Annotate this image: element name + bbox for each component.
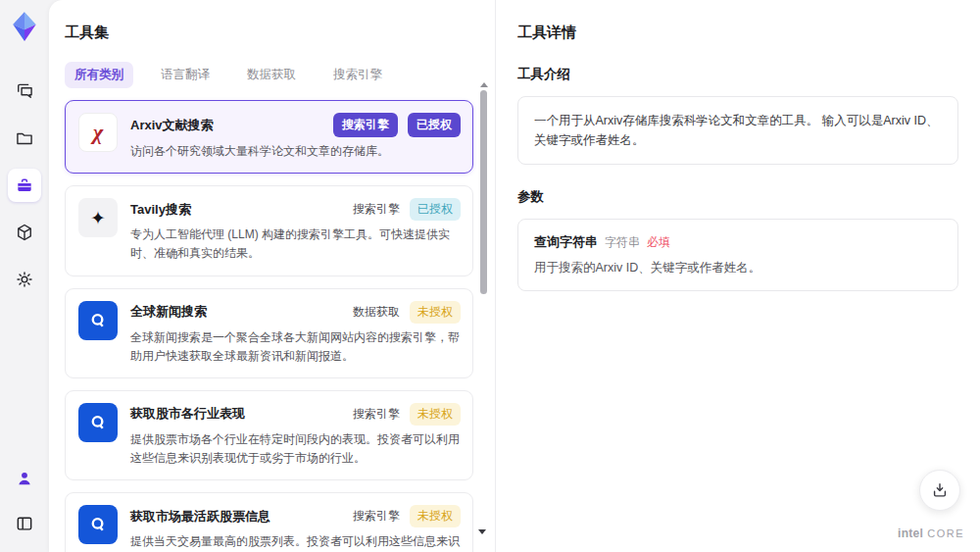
tool-description: 访问各个研究领域大量科学论文和文章的存储库。 xyxy=(130,142,461,161)
tool-title: Tavily搜索 xyxy=(130,201,191,219)
main-surface: 工具集 所有类别 语言翻译 数据获取 搜索引擎 χ Arxiv文献搜索 xyxy=(49,0,980,552)
scrollbar[interactable] xyxy=(479,82,488,539)
tool-card-sector-performance[interactable]: 获取股市各行业表现 搜索引擎 未授权 提供股票市场各个行业在特定时间段内的表现。… xyxy=(65,390,473,480)
app-logo-icon[interactable] xyxy=(8,10,41,43)
category-badge: 搜索引擎 xyxy=(353,406,400,423)
category-badge: 搜索引擎 xyxy=(333,113,398,137)
tool-list-pane: 工具集 所有类别 语言翻译 数据获取 搜索引擎 χ Arxiv文献搜索 xyxy=(49,0,495,552)
tool-description: 全球新闻搜索是一个聚合全球各大新闻网站内容的搜索引擎，帮助用户快速获取全球最新资… xyxy=(130,328,461,366)
tool-description: 提供股票市场各个行业在特定时间段内的表现。投资者可以利用这些信息来识别表现优于或… xyxy=(130,430,461,468)
category-badge: 搜索引擎 xyxy=(353,508,400,525)
tab-search-engine[interactable]: 搜索引擎 xyxy=(323,62,392,88)
tool-card-arxiv[interactable]: χ Arxiv文献搜索 搜索引擎 已授权 访问各个研究领域大量科学论文和文章的存… xyxy=(65,100,473,174)
scroll-up-arrow[interactable] xyxy=(480,82,488,87)
detail-title: 工具详情 xyxy=(517,24,958,42)
tool-card-list: χ Arxiv文献搜索 搜索引擎 已授权 访问各个研究领域大量科学论文和文章的存… xyxy=(65,100,473,552)
intro-text: 一个用于从Arxiv存储库搜索科学论文和文章的工具。 输入可以是Arxiv ID… xyxy=(534,111,942,150)
package-icon[interactable] xyxy=(8,216,41,249)
auth-status-badge: 已授权 xyxy=(408,113,461,137)
tool-title: 全球新闻搜索 xyxy=(130,303,207,321)
tab-data-fetching[interactable]: 数据获取 xyxy=(237,62,306,88)
folder-icon[interactable] xyxy=(8,122,41,155)
arxiv-logo-icon: χ xyxy=(78,113,118,152)
param-type: 字符串 xyxy=(605,234,640,251)
tavily-star-icon: ✦ xyxy=(78,198,118,237)
settings-gear-icon[interactable] xyxy=(8,263,41,296)
tab-all-categories[interactable]: 所有类别 xyxy=(65,62,133,88)
category-tabs: 所有类别 语言翻译 数据获取 搜索引擎 xyxy=(65,62,473,88)
app-root: 工具集 所有类别 语言翻译 数据获取 搜索引擎 χ Arxiv文献搜索 xyxy=(0,0,980,552)
auth-status-badge: 未授权 xyxy=(410,403,461,426)
param-required-flag: 必填 xyxy=(647,234,670,251)
sidebar-nav xyxy=(8,75,41,296)
param-description: 用于搜索的Arxiv ID、关键字或作者姓名。 xyxy=(534,260,942,276)
auth-status-badge: 已授权 xyxy=(410,198,461,221)
collapse-panel-icon[interactable] xyxy=(8,507,41,540)
tool-title: Arxiv文献搜索 xyxy=(130,117,214,134)
param-box: 查询字符串 字符串 必填 用于搜索的Arxiv ID、关键字或作者姓名。 xyxy=(517,219,958,291)
sidebar-bottom xyxy=(8,462,41,540)
category-badge: 数据获取 xyxy=(353,304,400,321)
scroll-down-arrow[interactable] xyxy=(478,529,486,534)
user-profile-icon[interactable] xyxy=(8,462,41,495)
news-search-icon xyxy=(78,403,118,442)
intel-core-logo: intelCORE xyxy=(898,527,964,540)
tool-card-active-stocks[interactable]: 获取市场最活跃股票信息 搜索引擎 未授权 提供当天交易量最高的股票列表。投资者可… xyxy=(65,492,473,552)
tab-language-translation[interactable]: 语言翻译 xyxy=(151,62,220,88)
download-button[interactable] xyxy=(919,470,960,511)
category-badge: 搜索引擎 xyxy=(353,201,400,218)
chat-icon[interactable] xyxy=(8,75,41,108)
tool-title: 获取市场最活跃股票信息 xyxy=(130,508,270,526)
auth-status-badge: 未授权 xyxy=(410,301,461,324)
auth-status-badge: 未授权 xyxy=(410,505,461,527)
news-search-icon xyxy=(78,505,118,544)
tool-description: 专为人工智能代理 (LLM) 构建的搜索引擎工具。可快速提供实时、准确和真实的结… xyxy=(130,226,461,263)
tool-description: 提供当天交易量最高的股票列表。投资者可以利用这些信息来识别流动性强的股票和潜在的… xyxy=(130,532,461,552)
tool-card-tavily[interactable]: ✦ Tavily搜索 搜索引擎 已授权 专为人工智能代理 (LLM) 构建的搜索… xyxy=(65,185,473,276)
tool-card-global-news[interactable]: 全球新闻搜索 数据获取 未授权 全球新闻搜索是一个聚合全球各大新闻网站内容的搜索… xyxy=(65,288,473,378)
param-name: 查询字符串 xyxy=(534,233,598,251)
params-section-title: 参数 xyxy=(517,188,958,206)
tool-detail-pane: 工具详情 工具介绍 一个用于从Arxiv存储库搜索科学论文和文章的工具。 输入可… xyxy=(495,0,980,552)
sidebar xyxy=(0,0,49,552)
toolbox-icon[interactable] xyxy=(8,169,41,202)
page-title: 工具集 xyxy=(65,24,473,42)
news-search-icon xyxy=(78,301,118,340)
scrollbar-thumb[interactable] xyxy=(480,90,487,294)
tool-title: 获取股市各行业表现 xyxy=(130,405,245,423)
intro-section-title: 工具介绍 xyxy=(517,66,958,83)
intro-box: 一个用于从Arxiv存储库搜索科学论文和文章的工具。 输入可以是Arxiv ID… xyxy=(517,96,958,165)
